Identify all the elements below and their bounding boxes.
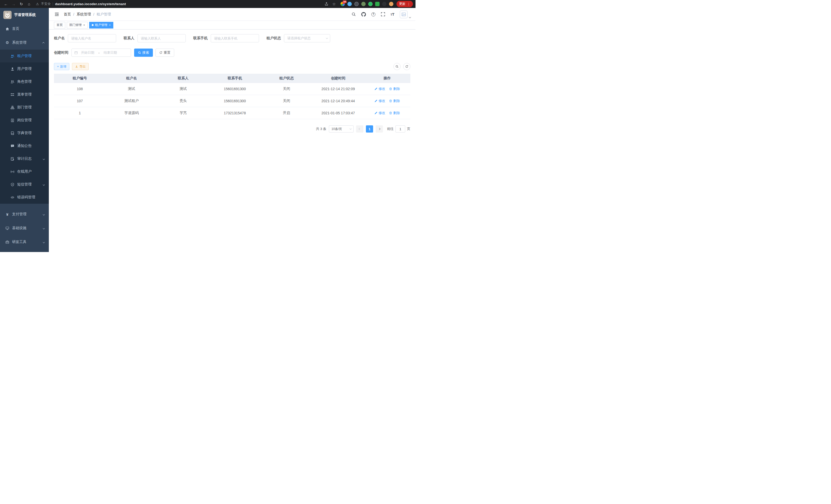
table-row[interactable]: 1 芋道源码 芋艿 17321315478 开启 2021-01-05 17:0… xyxy=(54,107,410,119)
trash-icon xyxy=(389,87,392,90)
edit-button[interactable]: 修改 xyxy=(374,111,385,115)
message-icon xyxy=(10,144,15,148)
goto-page-input[interactable] xyxy=(396,125,405,132)
cell-status: 关闭 xyxy=(261,87,312,91)
logo-row[interactable]: 芋道管理系统 xyxy=(0,8,49,22)
sidebar-item-menu-management[interactable]: 菜单管理 xyxy=(0,88,49,101)
trash-icon xyxy=(389,99,392,102)
tab-dept-management[interactable]: 部门管理 × xyxy=(67,22,88,29)
reset-button-label: 重置 xyxy=(164,50,170,55)
extension-icon[interactable] xyxy=(361,2,366,6)
sidebar-item-error-code[interactable]: 错误码管理 xyxy=(0,191,49,204)
delete-button[interactable]: 删除 xyxy=(389,99,400,103)
sidebar-item-user-management[interactable]: 用户管理 xyxy=(0,62,49,75)
user-avatar xyxy=(400,10,407,18)
phone-input[interactable] xyxy=(211,34,259,42)
sidebar-item-dept-management[interactable]: 部门管理 xyxy=(0,101,49,114)
fullscreen-icon[interactable] xyxy=(381,12,385,17)
goto-page: 前往 页 xyxy=(387,125,410,132)
back-icon[interactable]: ← xyxy=(3,1,9,7)
sidebar-item-audit-log[interactable]: 审计日志 xyxy=(0,152,49,165)
page-1-button[interactable]: 1 xyxy=(366,125,373,132)
close-icon[interactable]: × xyxy=(109,24,111,27)
sidebar-item-sms-management[interactable]: 短信管理 xyxy=(0,178,49,191)
sidebar-item-label: 租户管理 xyxy=(17,54,32,58)
add-button[interactable]: + 新增 xyxy=(54,63,69,70)
sidebar-item-notice[interactable]: 通知公告 xyxy=(0,140,49,152)
reload-icon[interactable]: ↻ xyxy=(18,1,25,7)
edit-label: 修改 xyxy=(378,87,385,91)
sidebar-item-payment[interactable]: ¥ 支付管理 xyxy=(0,207,49,221)
user-avatar-menu[interactable] xyxy=(400,10,410,18)
bookmark-star-icon[interactable]: ☆ xyxy=(331,1,337,7)
sidebar-item-label: 首页 xyxy=(12,26,19,31)
delete-button[interactable]: 删除 xyxy=(389,87,400,91)
yen-icon: ¥ xyxy=(5,212,9,216)
code-icon xyxy=(10,196,15,199)
extension-icon[interactable] xyxy=(382,2,386,6)
search-button[interactable]: 搜索 xyxy=(134,49,153,57)
edit-button[interactable]: 修改 xyxy=(374,99,385,103)
extension-icon[interactable] xyxy=(368,2,373,6)
date-range-picker[interactable]: 开始日期 - 结束日期 xyxy=(71,49,131,57)
sidebar-item-dev-tools[interactable]: 研发工具 xyxy=(0,235,49,249)
status-select[interactable]: 请选择租户状态 xyxy=(284,34,330,42)
cell-created: 2021-01-05 17:03:47 xyxy=(312,111,364,115)
main-area: 首页 / 系统管理 / 租户管理 ? T xyxy=(49,8,416,252)
filter-contact: 联系人 xyxy=(123,34,186,42)
tab-label: 首页 xyxy=(57,23,63,27)
sidebar-item-role-management[interactable]: 角色管理 xyxy=(0,75,49,88)
cell-operations: 修改 删除 xyxy=(364,111,410,115)
browser-menu-kebab-icon[interactable]: ⋮ xyxy=(407,2,410,6)
prev-page-button[interactable] xyxy=(356,125,363,132)
next-page-button[interactable] xyxy=(376,125,383,132)
breadcrumb-system[interactable]: 系统管理 xyxy=(77,12,91,17)
update-button[interactable]: 更新 ⋮ xyxy=(397,1,413,7)
column-header: 操作 xyxy=(364,76,410,81)
extension-icon[interactable] xyxy=(375,2,379,6)
org-tree-icon xyxy=(10,106,15,110)
not-secure-icon[interactable]: ⚠ xyxy=(36,2,39,6)
sidebar-item-post-management[interactable]: 岗位管理 xyxy=(0,114,49,127)
breadcrumb-home[interactable]: 首页 xyxy=(64,12,71,17)
tab-tenant-management[interactable]: 租户管理 × xyxy=(89,22,113,29)
contact-input[interactable] xyxy=(138,34,186,42)
tenant-name-input[interactable] xyxy=(68,34,116,42)
forward-icon[interactable]: → xyxy=(10,1,17,7)
github-icon[interactable] xyxy=(361,12,366,17)
page-size-select[interactable]: 10条/页 xyxy=(329,125,353,132)
search-icon[interactable] xyxy=(351,12,356,17)
edit-button[interactable]: 修改 xyxy=(374,87,385,91)
sidebar-item-label: 字典管理 xyxy=(17,131,32,136)
share-icon[interactable] xyxy=(323,1,330,7)
reset-button[interactable]: 重置 xyxy=(155,49,174,57)
sidebar-item-tenant-management[interactable]: 租户管理 xyxy=(0,50,49,62)
extension-icon[interactable]: 10 xyxy=(341,2,345,6)
tab-home[interactable]: 首页 xyxy=(54,22,65,29)
extensions-area: 10 xyxy=(341,2,393,6)
extension-icon[interactable] xyxy=(354,2,359,6)
delete-button[interactable]: 删除 xyxy=(389,111,400,115)
sidebar-item-system-management[interactable]: ⚙ 系统管理 xyxy=(0,36,49,50)
browser-home-icon[interactable]: ⌂ xyxy=(26,1,32,7)
address-bar[interactable]: ⚠ 不安全 dashboard.yudao.iocoder.cn/system/… xyxy=(36,2,319,6)
table-row[interactable]: 108 测试 测试 15601691300 关闭 2021-12-14 21:0… xyxy=(54,83,410,95)
export-button[interactable]: 导出 xyxy=(72,63,89,70)
close-icon[interactable]: × xyxy=(83,24,85,27)
sidebar-item-label: 短信管理 xyxy=(17,182,32,187)
extension-icon[interactable] xyxy=(347,2,352,6)
refresh-table-icon[interactable] xyxy=(403,63,410,70)
font-size-icon[interactable]: TT xyxy=(391,12,395,16)
help-icon[interactable]: ? xyxy=(371,12,375,17)
profile-avatar-icon[interactable] xyxy=(389,2,393,6)
cell-status: 关闭 xyxy=(261,99,312,103)
show-search-toggle-icon[interactable] xyxy=(393,63,401,70)
sidebar-item-home[interactable]: 首页 xyxy=(0,22,49,36)
sidebar-collapse-icon[interactable] xyxy=(55,12,59,17)
table-row[interactable]: 107 测试租户 秃头 15601691300 关闭 2021-12-14 20… xyxy=(54,95,410,107)
active-dot-icon xyxy=(92,24,93,26)
address-divider xyxy=(53,2,53,6)
sidebar-item-dict-management[interactable]: 字典管理 xyxy=(0,127,49,140)
sidebar-item-infrastructure[interactable]: 基础设施 xyxy=(0,221,49,235)
sidebar-item-online-users[interactable]: 在线用户 xyxy=(0,165,49,178)
